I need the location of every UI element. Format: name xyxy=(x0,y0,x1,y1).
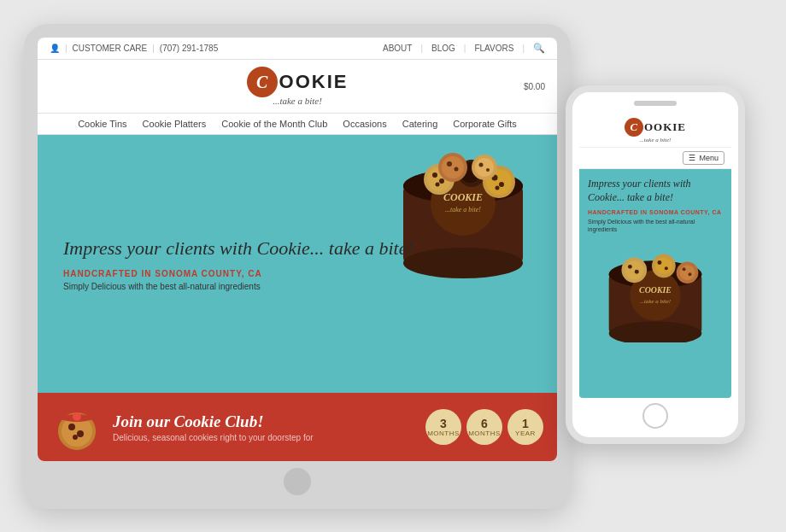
cookie-club-banner[interactable]: Join our Cookie Club! Delicious, seasona… xyxy=(38,393,557,461)
badge-1-number: 1 xyxy=(522,418,529,430)
svg-point-22 xyxy=(447,161,452,167)
hamburger-icon: ☰ xyxy=(689,154,695,162)
divider-flavors: | xyxy=(522,44,525,53)
svg-text:COOKIE: COOKIE xyxy=(639,285,672,295)
badge-1-label: YEAR xyxy=(515,430,536,437)
phone-logo-letter: C xyxy=(631,120,638,134)
svg-point-44 xyxy=(635,270,639,274)
top-bar-right: ABOUT | BLOG | FLAVORS | 🔍 xyxy=(383,43,545,54)
svg-point-10 xyxy=(439,178,444,184)
nav-cookie-tins[interactable]: Cookie Tins xyxy=(78,119,126,129)
divider-blog: | xyxy=(464,44,466,53)
phone-logo-text: OOKIE xyxy=(644,120,686,134)
badge-6-months[interactable]: 6 MONTHS xyxy=(466,409,502,445)
phone-home-button[interactable] xyxy=(642,403,668,429)
svg-point-48 xyxy=(665,267,668,271)
svg-point-23 xyxy=(455,167,459,172)
tablet-screen: 👤 | CUSTOMER CARE | (707) 291-1785 ABOUT… xyxy=(38,38,557,461)
logo-circle: C OOKIE xyxy=(247,67,349,97)
cookie-club-text: Join our Cookie Club! Delicious, seasona… xyxy=(113,412,415,442)
badge-6-label: MONTHS xyxy=(468,430,501,437)
svg-point-30 xyxy=(68,424,75,430)
svg-point-11 xyxy=(436,183,440,187)
svg-point-32 xyxy=(73,435,78,440)
join-our-text: Join our xyxy=(113,412,170,430)
svg-point-50 xyxy=(680,266,695,281)
phone-cookie-tin: COOKIE ...take a bite! xyxy=(588,240,723,342)
scene: 👤 | CUSTOMER CARE | (707) 291-1785 ABOUT… xyxy=(0,0,786,532)
cookie-club-title: Join our Cookie Club! xyxy=(113,412,415,431)
blog-link[interactable]: BLOG xyxy=(431,44,455,53)
phone-screen: C OOKIE ...take a bite! ☰ Menu Impress y… xyxy=(579,111,731,398)
svg-point-25 xyxy=(475,158,494,177)
svg-point-18 xyxy=(499,182,504,187)
phone-logo-badge: C xyxy=(625,118,643,137)
badge-6-number: 6 xyxy=(481,418,488,430)
about-link[interactable]: ABOUT xyxy=(383,44,412,53)
hero-description: Simply Delicious with the best all-natur… xyxy=(63,282,531,291)
cookie-club-image xyxy=(51,401,103,453)
month-badges: 3 MONTHS 6 MONTHS 1 YEAR xyxy=(425,409,543,445)
svg-point-51 xyxy=(683,268,686,272)
phone-menu-bar: ☰ Menu xyxy=(579,148,731,169)
person-icon: 👤 xyxy=(50,44,60,53)
svg-point-27 xyxy=(486,168,490,172)
menu-label: Menu xyxy=(699,154,719,162)
hero-text: Impress your clients with Cookie... take… xyxy=(63,237,531,292)
flavors-link[interactable]: FLAVORS xyxy=(474,44,513,53)
svg-point-46 xyxy=(655,258,672,275)
customer-care-label[interactable]: CUSTOMER CARE xyxy=(73,44,148,53)
badge-3-number: 3 xyxy=(440,418,447,430)
svg-point-33 xyxy=(73,412,81,421)
svg-point-43 xyxy=(628,265,632,269)
logo-text: OOKIE xyxy=(279,71,349,93)
cookie-club-description: Delicious, seasonal cookies right to you… xyxy=(113,433,415,442)
phone-hero-subtitle: HANDCRAFTED IN SONOMA COUNTY, CA xyxy=(588,209,723,215)
top-bar-left: 👤 | CUSTOMER CARE | (707) 291-1785 xyxy=(50,44,218,53)
hero-section: Impress your clients with Cookie... take… xyxy=(38,135,557,393)
badge-3-months[interactable]: 3 MONTHS xyxy=(425,409,461,445)
svg-point-19 xyxy=(496,186,500,190)
svg-point-31 xyxy=(77,430,84,437)
club-name: Cookie Club! xyxy=(174,412,264,430)
hero-title: Impress your clients with Cookie... take… xyxy=(63,237,531,261)
top-bar: 👤 | CUSTOMER CARE | (707) 291-1785 ABOUT… xyxy=(38,38,557,60)
cart-area[interactable]: $0.00 xyxy=(524,82,545,91)
top-bar-divider2: | xyxy=(152,44,155,53)
badge-1-year[interactable]: 1 YEAR xyxy=(507,409,543,445)
phone-hero-title: Impress your clients with Cookie... take… xyxy=(588,178,723,204)
nav-cookie-month-club[interactable]: Cookie of the Month Club xyxy=(221,119,327,129)
svg-point-52 xyxy=(689,273,692,277)
phone-speaker xyxy=(634,101,677,106)
logo-badge: C xyxy=(247,67,278,97)
phone-number: (707) 291-1785 xyxy=(160,44,218,53)
cookies-image xyxy=(51,401,103,453)
phone-device: C OOKIE ...take a bite! ☰ Menu Impress y… xyxy=(566,85,745,444)
phone-hero: Impress your clients with Cookie... take… xyxy=(579,169,731,398)
logo-letter: C xyxy=(256,73,267,92)
tablet-home-button[interactable] xyxy=(284,468,311,495)
svg-text:...take a bite!: ...take a bite! xyxy=(445,206,481,213)
svg-text:...take a bite!: ...take a bite! xyxy=(640,298,671,304)
phone-hero-description: Simply Delicious with the best all-natur… xyxy=(588,218,723,233)
svg-point-26 xyxy=(479,163,484,167)
top-bar-divider: | xyxy=(65,44,67,53)
phone-header: C OOKIE ...take a bite! xyxy=(579,111,731,148)
svg-point-47 xyxy=(657,260,661,265)
hero-subtitle: HANDCRAFTED IN SONOMA COUNTY, CA xyxy=(63,269,531,278)
svg-text:COOKIE: COOKIE xyxy=(443,191,483,203)
tablet-device: 👤 | CUSTOMER CARE | (707) 291-1785 ABOUT… xyxy=(24,24,571,509)
phone-logo-tagline: ...take a bite! xyxy=(625,137,686,143)
search-icon[interactable]: 🔍 xyxy=(533,43,545,54)
phone-menu-button[interactable]: ☰ Menu xyxy=(683,151,724,165)
cart-value: $0.00 xyxy=(524,82,545,91)
logo-area[interactable]: C OOKIE ...take a bite! xyxy=(247,67,349,106)
badge-3-label: MONTHS xyxy=(427,430,460,437)
svg-point-9 xyxy=(432,172,437,178)
nav-cookie-platters[interactable]: Cookie Platters xyxy=(143,119,207,129)
phone-logo[interactable]: C OOKIE ...take a bite! xyxy=(625,118,686,143)
svg-point-42 xyxy=(625,261,643,280)
svg-point-21 xyxy=(442,156,464,178)
divider-about: | xyxy=(420,44,423,53)
site-header: C OOKIE ...take a bite! $0.00 xyxy=(38,60,557,114)
